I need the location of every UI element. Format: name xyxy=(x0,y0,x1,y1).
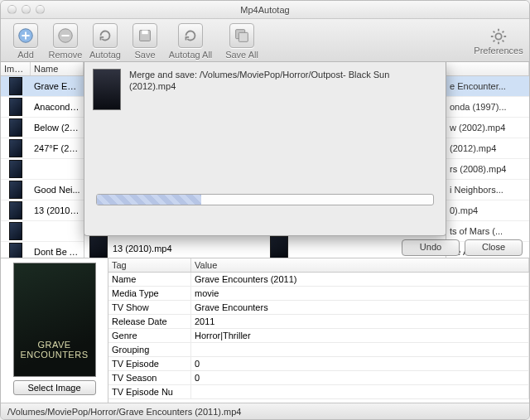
match-poster-icon xyxy=(89,236,108,258)
window-title: Mp4Autotag xyxy=(240,5,289,15)
progress-sheet: Merge and save: /Volumes/MoviePop/Horror… xyxy=(84,62,446,236)
select-image-button[interactable]: Select Image xyxy=(13,380,96,395)
svg-rect-3 xyxy=(142,31,147,35)
thumb-icon xyxy=(1,180,31,200)
save-all-button[interactable]: Save All xyxy=(216,23,267,60)
thumb-icon xyxy=(1,242,31,258)
col-image[interactable]: Image xyxy=(1,62,31,75)
cell-name: Dont Be A... xyxy=(31,247,84,257)
files-grid: Image Name Orig. New GraAnaBelc247Mirror… xyxy=(1,62,529,258)
right-fragment: 0).mp4 xyxy=(446,200,529,221)
save-all-icon xyxy=(233,27,251,45)
right-fragment: e Encounter... xyxy=(446,76,529,97)
cell-name: 247°F (20... xyxy=(31,143,84,153)
right-fragment: rs (2008).mp4 xyxy=(446,159,529,180)
sheet-thumbnail xyxy=(93,69,121,110)
tag-row[interactable]: Media Typemovie xyxy=(108,287,529,301)
right-fragment: i Neighbors... xyxy=(446,180,529,200)
right-fragment: onda (1997)... xyxy=(446,97,529,118)
tag-row[interactable]: GenreHorror|Thriller xyxy=(108,329,529,343)
thumb-icon xyxy=(1,159,31,180)
tag-value: 2011 xyxy=(191,315,529,328)
tag-value xyxy=(191,343,529,356)
cell-name: Good Nei... xyxy=(31,185,84,195)
save-icon xyxy=(136,27,154,45)
close-window-button[interactable] xyxy=(7,5,17,14)
preferences-button[interactable]: Preferences xyxy=(473,27,524,56)
tag-name: Genre xyxy=(108,329,191,342)
tag-name: Name xyxy=(108,273,191,286)
detail-pane: GRAVE ENCOUNTERS Select Image Tag Value … xyxy=(1,258,529,403)
tag-row[interactable]: TV Season0 xyxy=(108,371,529,385)
refresh-all-icon xyxy=(181,27,200,45)
autotag-button[interactable]: Autotag xyxy=(85,23,125,60)
tag-name: TV Show xyxy=(108,301,191,314)
tag-value: movie xyxy=(191,287,529,300)
poster-pane: GRAVE ENCOUNTERS Select Image xyxy=(1,258,108,403)
tag-value xyxy=(191,385,529,398)
right-fragment: (2012).mp4 xyxy=(446,138,529,159)
traffic-lights xyxy=(7,5,45,14)
tag-value: Grave Encounters (2011) xyxy=(191,273,529,286)
tag-name: TV Episode Nu xyxy=(108,385,191,398)
tag-name: TV Season xyxy=(108,371,191,384)
tag-name: TV Episode xyxy=(108,357,191,370)
tag-table: Tag Value NameGrave Encounters (2011)Med… xyxy=(108,258,529,403)
minus-icon xyxy=(56,27,75,45)
tag-value: Horror|Thriller xyxy=(191,329,529,342)
remove-button[interactable]: Remove xyxy=(46,23,85,60)
add-button[interactable]: Add xyxy=(6,23,46,60)
cell-name: Anaconda ... xyxy=(31,102,84,112)
autotag-all-button[interactable]: Autotag All xyxy=(165,23,216,60)
sheet-message: Merge and save: /Volumes/MoviePop/Horror… xyxy=(129,69,437,179)
poster-image[interactable]: GRAVE ENCOUNTERS xyxy=(13,263,96,377)
tag-value: Grave Encounters xyxy=(191,301,529,314)
thumb-icon xyxy=(1,138,31,159)
col-tag[interactable]: Tag xyxy=(108,258,191,272)
col-value[interactable]: Value xyxy=(191,258,529,272)
plus-icon xyxy=(17,27,35,45)
refresh-icon xyxy=(96,27,114,45)
match-poster-icon xyxy=(270,236,288,258)
gear-icon xyxy=(489,27,508,46)
close-sheet-button[interactable]: Close xyxy=(465,239,523,256)
thumb-icon xyxy=(1,76,31,97)
cell-name: 13 (2010)... xyxy=(31,205,84,215)
thumb-icon xyxy=(1,97,31,118)
tag-row[interactable]: TV Episode Nu xyxy=(108,385,529,399)
toolbar: Add Remove Autotag Save Autotag All Save… xyxy=(1,19,529,62)
thumb-icon xyxy=(1,200,31,221)
tag-value: 0 xyxy=(191,357,529,370)
status-path: /Volumes/MoviePop/Horror/Grave Encounter… xyxy=(7,407,241,417)
thumb-icon xyxy=(1,118,31,138)
tag-name: Grouping xyxy=(108,343,191,356)
col-name[interactable]: Name xyxy=(31,62,84,75)
thumb-icon xyxy=(1,221,31,242)
statusbar: /Volumes/MoviePop/Horror/Grave Encounter… xyxy=(1,403,529,419)
tag-row[interactable]: TV Episode0 xyxy=(108,357,529,371)
match-row[interactable]: 13 (2010).mp4 xyxy=(84,235,446,258)
cell-name: Below (20... xyxy=(31,123,84,133)
undo-button[interactable]: Undo xyxy=(402,239,460,256)
titlebar: Mp4Autotag xyxy=(1,1,529,19)
tag-row[interactable]: Grouping xyxy=(108,343,529,357)
tag-row[interactable]: NameGrave Encounters (2011) xyxy=(108,273,529,287)
tag-value: 0 xyxy=(191,371,529,384)
zoom-window-button[interactable] xyxy=(36,5,45,14)
progress-bar xyxy=(96,194,434,205)
tag-name: Release Date xyxy=(108,315,191,328)
right-column-fragments: e Encounter...onda (1997)...w (2002).mp4… xyxy=(446,76,529,238)
svg-rect-5 xyxy=(238,32,248,41)
tag-row[interactable]: TV ShowGrave Encounters xyxy=(108,301,529,315)
cell-name: Grave Enc... xyxy=(31,81,84,91)
minimize-window-button[interactable] xyxy=(22,5,31,14)
svg-point-6 xyxy=(495,33,501,39)
save-button[interactable]: Save xyxy=(125,23,165,60)
tag-name: Media Type xyxy=(108,287,191,300)
right-fragment: w (2002).mp4 xyxy=(446,118,529,138)
tag-row[interactable]: Release Date2011 xyxy=(108,315,529,329)
